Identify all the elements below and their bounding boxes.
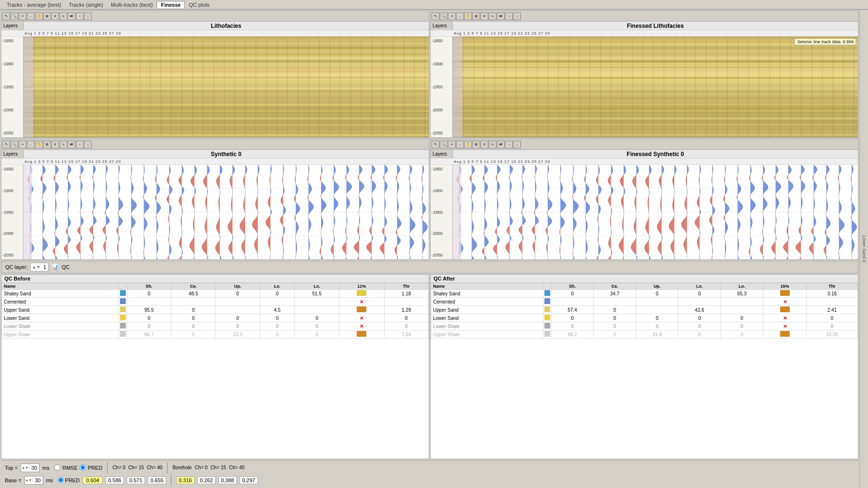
- qc-after-row-3: Lower Sand 0 0 0 0 0 ✕ 0: [431, 314, 858, 322]
- fin-litho-canvas: [453, 37, 858, 137]
- fstool-zoom[interactable]: 🔍: [440, 141, 447, 148]
- bottom-divider2: [167, 462, 168, 474]
- ftool-zin[interactable]: +: [448, 12, 456, 20]
- rmse-radio[interactable]: [54, 464, 60, 471]
- ftool-b4[interactable]: ⇄: [497, 12, 505, 20]
- qc-after-row-4: Lower Shale 0 0 0 0 0 ✕ 0: [431, 322, 858, 330]
- qc-before-row-1: Cemented ✕: [2, 298, 429, 306]
- base-spin[interactable]: ▲▼ 30: [24, 476, 43, 485]
- tool-pan[interactable]: ✋: [35, 12, 43, 20]
- qc-before-row-5: Upper Shale 86.7 0 13.3 0 0 7.04: [2, 330, 429, 339]
- pred-radio[interactable]: [80, 464, 86, 471]
- qc-after-row-5: Upper Shale 68.2 0 31.8 0 0 10.26: [431, 330, 858, 339]
- fstool-zout[interactable]: -: [456, 141, 464, 148]
- tool-b5[interactable]: →: [76, 12, 84, 20]
- stool-b3[interactable]: ∿: [60, 141, 67, 148]
- tool-zoom-in[interactable]: +: [19, 12, 26, 20]
- qc-layer-spin[interactable]: ▲▼ 1: [30, 263, 48, 271]
- pred-radio2[interactable]: [58, 477, 64, 483]
- right-sidebar: Lower Sand 9: [859, 10, 868, 488]
- main-content: ↖ 🔍 + - ✋ ⊞ # ∿ ⇄ → ↓: [0, 10, 868, 488]
- qc-label[interactable]: QC: [61, 264, 70, 270]
- depth-1850: -1850: [2, 38, 22, 43]
- fin-synth-content: -1850 -1900 -1950 -2000 -2050: [431, 165, 858, 259]
- qc-chart-icon: 📊: [51, 264, 59, 270]
- litho-title: Lithofacies: [24, 23, 429, 29]
- qc-before-row-3: Lower Sand 0 0 0 0 0 ✕ 0: [2, 314, 429, 322]
- fin-litho-toolbar: ↖ 🔍 + - ✋ ⊞ # ∿ ⇄ → ↓: [431, 11, 858, 22]
- val2-box: 0.586: [106, 476, 124, 484]
- tab-tracks-avg[interactable]: Tracks - average (best): [3, 1, 65, 8]
- fstool-b1[interactable]: ⊞: [472, 141, 480, 148]
- stool-b5[interactable]: →: [76, 141, 84, 148]
- stool-cursor[interactable]: ↖: [2, 141, 10, 148]
- depth-1950: -1950: [2, 85, 22, 89]
- stool-b1[interactable]: ⊞: [43, 141, 51, 148]
- ftool-b1[interactable]: ⊞: [472, 12, 480, 20]
- borehole-label: Borehole: [172, 465, 192, 470]
- ftool-cursor[interactable]: ↖: [432, 12, 439, 20]
- synth-viz[interactable]: [24, 165, 429, 259]
- bottom-divider: [107, 462, 108, 474]
- tool-cursor[interactable]: ↖: [2, 12, 10, 20]
- stool-zout[interactable]: -: [27, 141, 35, 148]
- fstool-b5[interactable]: →: [505, 141, 513, 148]
- ftool-zoom[interactable]: 🔍: [440, 12, 447, 20]
- tool-zoom[interactable]: 🔍: [11, 12, 18, 20]
- ftool-b5[interactable]: →: [505, 12, 513, 20]
- tab-finesse[interactable]: Finesse: [157, 1, 185, 8]
- litho-viz[interactable]: [24, 37, 429, 137]
- tool-b3[interactable]: ∿: [60, 12, 67, 20]
- fstool-cursor[interactable]: ↖: [432, 141, 439, 148]
- val5-box: 0.316: [176, 476, 194, 484]
- stool-pan[interactable]: ✋: [35, 141, 43, 148]
- fstool-zin[interactable]: +: [448, 141, 456, 148]
- qc-after-row-2: Upper Sand 57.4 0 42.6 2.41: [431, 306, 858, 314]
- tool-b1[interactable]: ⊞: [43, 12, 51, 20]
- fstool-b6[interactable]: ↓: [513, 141, 521, 148]
- fdepth-2050: -2050: [432, 131, 451, 135]
- stool-b4[interactable]: ⇄: [68, 141, 75, 148]
- qc-col-sw: [119, 283, 127, 290]
- qc-after-title: QC After: [431, 275, 858, 283]
- val7-box: 0.388: [218, 476, 237, 484]
- qc-before-title: QC Before: [1, 275, 429, 283]
- tool-b4[interactable]: ⇄: [68, 12, 75, 20]
- synth-canvas: [24, 165, 429, 259]
- fin-synth-panel: ↖ 🔍 + - ✋ ⊞ # ∿ ⇄ → ↓ Layers: [430, 139, 858, 260]
- b-ch40-label: Ch= 40: [229, 465, 245, 470]
- depth-2000: -2000: [2, 108, 22, 112]
- bottom-top-row: Top = ▲▼ 30 ms RMSE PRED Ch= 0 Ch= 15: [5, 462, 855, 474]
- fin-synth-viz[interactable]: [453, 165, 858, 259]
- fin-litho-viz[interactable]: Seismic line track data: 6.999: [453, 37, 858, 137]
- fstool-pan[interactable]: ✋: [464, 141, 472, 148]
- tool-b2[interactable]: #: [51, 12, 59, 20]
- fstool-b3[interactable]: ∿: [489, 141, 496, 148]
- ftool-b2[interactable]: #: [481, 12, 488, 20]
- tool-b6[interactable]: ↓: [84, 12, 92, 20]
- stool-b6[interactable]: ↓: [84, 141, 92, 148]
- sdepth-2000: -2000: [2, 231, 22, 236]
- tool-zoom-out[interactable]: -: [27, 12, 35, 20]
- fin-synth-layers-label: Layers: [431, 150, 453, 158]
- qc-tables: QC Before Name Sh. Ce. Up. Lo. Lo.: [1, 274, 858, 459]
- ftool-zout[interactable]: -: [456, 12, 464, 20]
- ftool-b3[interactable]: ∿: [489, 12, 496, 20]
- stool-b2[interactable]: #: [51, 141, 59, 148]
- qc-before-table: Name Sh. Ce. Up. Lo. Lo. 11% Thr: [1, 283, 429, 339]
- ftool-pan[interactable]: ✋: [464, 12, 472, 20]
- stool-zoom[interactable]: 🔍: [11, 141, 18, 148]
- fstool-b2[interactable]: #: [481, 141, 488, 148]
- top-spin[interactable]: ▲▼ 30: [21, 464, 39, 472]
- litho-toolbar: ↖ 🔍 + - ✋ ⊞ # ∿ ⇄ → ↓: [1, 11, 429, 22]
- qc-col-ce: Ce.: [171, 283, 216, 290]
- fstool-b4[interactable]: ⇄: [497, 141, 505, 148]
- tab-multi-tracks[interactable]: Multi-tracks (best): [107, 1, 157, 8]
- ftool-b6[interactable]: ↓: [513, 12, 521, 20]
- fsdepth-1950: -1950: [432, 210, 451, 215]
- stool-zin[interactable]: +: [19, 141, 26, 148]
- tab-tracks-single[interactable]: Tracks (single): [65, 1, 107, 8]
- fsdepth-2000: -2000: [432, 231, 451, 236]
- tab-qc-plots[interactable]: QC plots: [185, 1, 213, 8]
- val3-box: 0.571: [127, 476, 145, 484]
